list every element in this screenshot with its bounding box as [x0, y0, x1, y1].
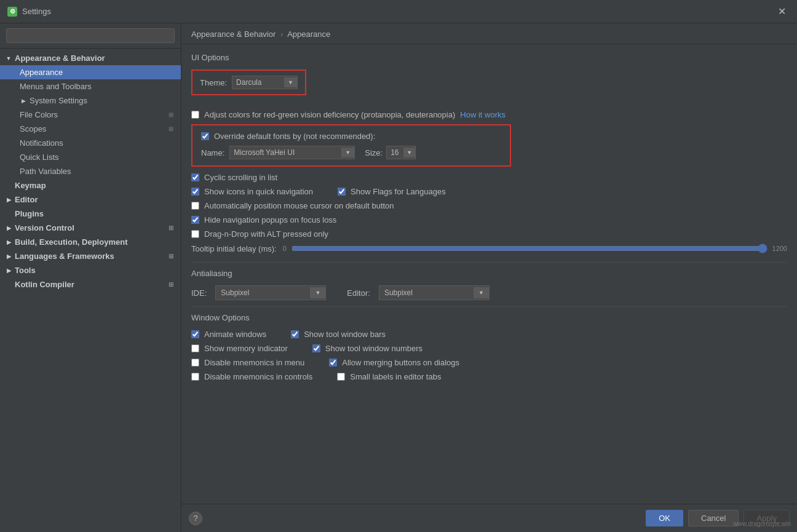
antialiasing-row: IDE: Subpixel Greyscale None ▼ Editor: S… — [191, 285, 787, 300]
size-dropdown-arrow-icon[interactable]: ▼ — [403, 148, 415, 157]
disable-mnemonics-menu-label: Disable mnemonics in menu — [204, 358, 304, 367]
editor-aa-label: Editor: — [347, 288, 370, 298]
show-memory-label: Show memory indicator — [204, 344, 288, 353]
antialiasing-title: Antialiasing — [191, 269, 787, 278]
auto-position-label: Automatically position mouse cursor on d… — [204, 201, 394, 210]
font-name-select[interactable]: Microsoft YaHei UI Arial Segoe UI — [230, 146, 341, 159]
ide-combo-arrow-icon[interactable]: ▼ — [309, 287, 325, 298]
tooltip-label: Tooltip initial delay (ms): — [191, 244, 277, 253]
divider — [191, 262, 787, 263]
theme-select[interactable]: Darcula IntelliJ Light High contrast — [232, 76, 284, 89]
override-fonts-row: Override default fonts by (not recommend… — [201, 132, 501, 141]
ext-icon: ⊞ — [169, 281, 173, 288]
disable-mnemonics-controls-checkbox[interactable] — [191, 373, 199, 381]
show-flags-checkbox[interactable] — [338, 188, 346, 196]
expand-arrow-icon: ▶ — [5, 196, 12, 204]
close-button[interactable]: ✕ — [774, 4, 790, 18]
sidebar-item-plugins[interactable]: ▶ Plugins — [0, 207, 181, 221]
footer: ? OK Cancel Apply — [181, 504, 797, 532]
show-flags-label: Show Flags for Languages — [351, 187, 446, 196]
theme-dropdown-arrow-icon[interactable]: ▼ — [284, 77, 297, 87]
ide-antialiasing-select[interactable]: Subpixel Greyscale None — [216, 286, 309, 300]
cancel-button[interactable]: Cancel — [688, 510, 739, 526]
show-flags-row: Show Flags for Languages — [338, 187, 446, 196]
slider-container: 0 1200 — [283, 244, 787, 253]
editor-combo-arrow-icon[interactable]: ▼ — [473, 287, 489, 298]
drag-n-drop-checkbox[interactable] — [191, 230, 199, 238]
ok-button[interactable]: OK — [646, 510, 683, 526]
adjust-colors-checkbox[interactable] — [191, 111, 199, 119]
tooltip-slider[interactable] — [291, 244, 767, 253]
show-memory-row: Show memory indicator — [191, 344, 288, 353]
hide-navigation-label: Hide navigation popups on focus loss — [204, 215, 336, 224]
ide-combo: Subpixel Greyscale None ▼ — [215, 285, 326, 300]
collapse-arrow-icon: ▼ — [5, 55, 12, 62]
breadcrumb: Appearance & Behavior › Appearance — [181, 23, 797, 44]
show-icons-checkbox[interactable] — [191, 188, 199, 196]
sidebar-item-scopes[interactable]: Scopes ⊞ — [0, 122, 181, 136]
font-dropdown-arrow-icon[interactable]: ▼ — [341, 148, 354, 157]
sidebar-item-path-variables[interactable]: Path Variables — [0, 164, 181, 178]
ext-icon: ⊞ — [169, 125, 173, 132]
mnemonics-merging-row: Disable mnemonics in menu Allow merging … — [191, 358, 787, 367]
animate-toolbars-row: Animate windows Show tool window bars — [191, 330, 787, 339]
allow-merging-label: Allow merging buttons on dialogs — [342, 358, 459, 367]
sidebar-item-kotlin-compiler[interactable]: ▶ Kotlin Compiler ⊞ — [0, 277, 181, 292]
allow-merging-checkbox[interactable] — [329, 359, 337, 367]
disable-mnemonics-menu-checkbox[interactable] — [191, 359, 199, 367]
how-it-works-link[interactable]: How it works — [460, 110, 506, 119]
hide-navigation-checkbox[interactable] — [191, 216, 199, 224]
theme-highlight-box: Theme: Darcula IntelliJ Light High contr… — [191, 69, 306, 95]
cyclic-scrolling-checkbox[interactable] — [191, 173, 199, 181]
font-select-wrapper: Microsoft YaHei UI Arial Segoe UI ▼ — [229, 146, 355, 159]
search-box — [0, 23, 181, 49]
search-input[interactable] — [6, 28, 175, 43]
ext-icon: ⊞ — [169, 253, 173, 260]
watermark: www.dragonstyle.win — [734, 520, 791, 527]
show-memory-checkbox[interactable] — [191, 344, 199, 352]
sidebar-item-system-settings[interactable]: ▶ System Settings — [0, 93, 181, 108]
show-icons-label: Show icons in quick navigation — [204, 187, 313, 196]
body: ▼ Appearance & Behavior Appearance Menus… — [0, 23, 797, 532]
ide-label: IDE: — [191, 288, 207, 298]
sidebar-item-appearance[interactable]: Appearance — [0, 65, 181, 79]
show-tool-window-bars-checkbox[interactable] — [291, 330, 299, 338]
memory-numbers-row: Show memory indicator Show tool window n… — [191, 344, 787, 353]
sidebar-item-editor[interactable]: ▶ Editor — [0, 193, 181, 207]
auto-position-checkbox[interactable] — [191, 202, 199, 210]
name-label: Name: — [201, 148, 224, 157]
show-tool-window-bars-row: Show tool window bars — [291, 330, 386, 339]
show-tool-window-numbers-checkbox[interactable] — [312, 344, 320, 352]
sidebar-item-file-colors[interactable]: File Colors ⊞ — [0, 108, 181, 122]
sidebar-item-quick-lists[interactable]: Quick Lists — [0, 150, 181, 164]
ui-options-title: UI Options — [191, 53, 787, 62]
sidebar-item-languages-frameworks[interactable]: ▶ Languages & Frameworks ⊞ — [0, 249, 181, 263]
drag-n-drop-label: Drag-n-Drop with ALT pressed only — [204, 229, 328, 239]
show-icons-row: Show icons in quick navigation — [191, 187, 313, 196]
editor-antialiasing-select[interactable]: Subpixel Greyscale None — [379, 286, 473, 300]
small-labels-checkbox[interactable] — [337, 373, 345, 381]
editor-combo: Subpixel Greyscale None ▼ — [379, 285, 490, 300]
sidebar-item-tools[interactable]: ▶ Tools — [0, 263, 181, 277]
theme-label: Theme: — [200, 78, 227, 87]
tooltip-min: 0 — [283, 245, 287, 252]
show-tool-window-bars-label: Show tool window bars — [304, 330, 386, 339]
sidebar-item-keymap[interactable]: ▶ Keymap — [0, 178, 181, 193]
font-size-select[interactable]: 16 12 14 18 — [387, 146, 403, 159]
sidebar-item-menus-toolbars[interactable]: Menus and Toolbars — [0, 79, 181, 93]
override-fonts-checkbox[interactable] — [201, 132, 209, 140]
title-bar: ⚙ Settings ✕ — [0, 0, 797, 23]
sidebar-item-notifications[interactable]: Notifications — [0, 136, 181, 150]
disable-mnemonics-menu-row: Disable mnemonics in menu — [191, 358, 304, 367]
sidebar-item-version-control[interactable]: ▶ Version Control ⊞ — [0, 221, 181, 235]
sidebar-item-appearance-behavior[interactable]: ▼ Appearance & Behavior — [0, 51, 181, 65]
sidebar-item-build-execution[interactable]: ▶ Build, Execution, Deployment — [0, 235, 181, 249]
help-button[interactable]: ? — [189, 512, 202, 525]
animate-windows-checkbox[interactable] — [191, 330, 199, 338]
tooltip-max: 1200 — [772, 245, 787, 252]
adjust-colors-label: Adjust colors for red-green vision defic… — [204, 110, 455, 119]
theme-select-wrapper: Darcula IntelliJ Light High contrast ▼ — [232, 76, 298, 89]
size-wrapper: Size: 16 12 14 18 ▼ — [365, 146, 416, 159]
tooltip-slider-row: Tooltip initial delay (ms): 0 1200 — [191, 244, 787, 253]
allow-merging-row: Allow merging buttons on dialogs — [329, 358, 459, 367]
